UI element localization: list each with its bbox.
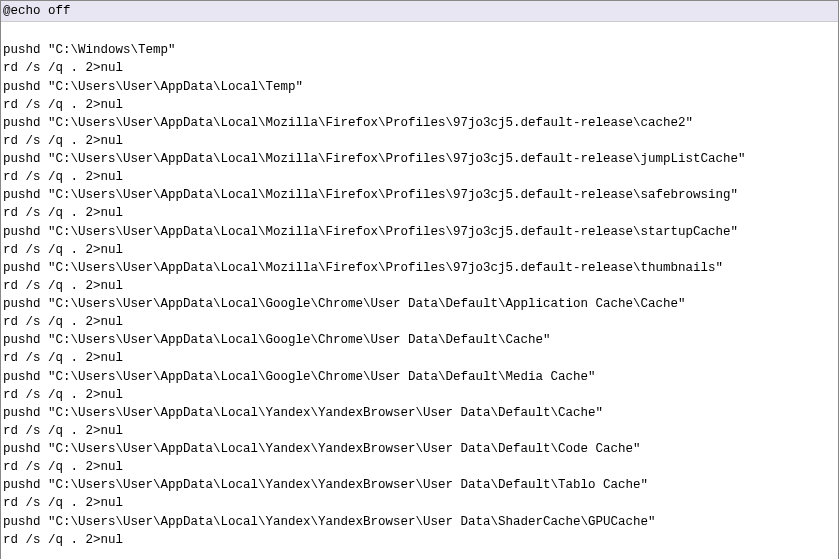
code-line [3, 549, 836, 559]
code-line: pushd "C:\Users\User\AppData\Local\Yande… [3, 440, 836, 458]
code-line: pushd "C:\Users\User\AppData\Local\Googl… [3, 331, 836, 349]
code-line [3, 23, 836, 41]
code-line: rd /s /q . 2>nul [3, 277, 836, 295]
code-line: rd /s /q . 2>nul [3, 59, 836, 77]
code-line: rd /s /q . 2>nul [3, 132, 836, 150]
code-line: pushd "C:\Windows\Temp" [3, 41, 836, 59]
code-line: rd /s /q . 2>nul [3, 494, 836, 512]
code-line: pushd "C:\Users\User\AppData\Local\Yande… [3, 513, 836, 531]
code-line: rd /s /q . 2>nul [3, 313, 836, 331]
code-editor[interactable]: @echo off pushd "C:\Windows\Temp"rd /s /… [0, 0, 839, 559]
code-line: rd /s /q . 2>nul [3, 204, 836, 222]
code-line: pushd "C:\Users\User\AppData\Local\Mozil… [3, 223, 836, 241]
code-line: rd /s /q . 2>nul [3, 531, 836, 549]
header-line: @echo off [1, 1, 838, 22]
code-line: pushd "C:\Users\User\AppData\Local\Yande… [3, 404, 836, 422]
code-body: pushd "C:\Windows\Temp"rd /s /q . 2>nulp… [1, 22, 838, 559]
code-line: pushd "C:\Users\User\AppData\Local\Mozil… [3, 186, 836, 204]
code-line: pushd "C:\Users\User\AppData\Local\Temp" [3, 78, 836, 96]
code-line: pushd "C:\Users\User\AppData\Local\Googl… [3, 295, 836, 313]
code-line: pushd "C:\Users\User\AppData\Local\Yande… [3, 476, 836, 494]
code-line: rd /s /q . 2>nul [3, 422, 836, 440]
code-line: rd /s /q . 2>nul [3, 168, 836, 186]
code-line: pushd "C:\Users\User\AppData\Local\Googl… [3, 368, 836, 386]
code-line: rd /s /q . 2>nul [3, 386, 836, 404]
code-line: rd /s /q . 2>nul [3, 458, 836, 476]
code-line: rd /s /q . 2>nul [3, 241, 836, 259]
code-line: rd /s /q . 2>nul [3, 349, 836, 367]
code-line: pushd "C:\Users\User\AppData\Local\Mozil… [3, 150, 836, 168]
code-line: pushd "C:\Users\User\AppData\Local\Mozil… [3, 259, 836, 277]
code-line: pushd "C:\Users\User\AppData\Local\Mozil… [3, 114, 836, 132]
code-line: rd /s /q . 2>nul [3, 96, 836, 114]
